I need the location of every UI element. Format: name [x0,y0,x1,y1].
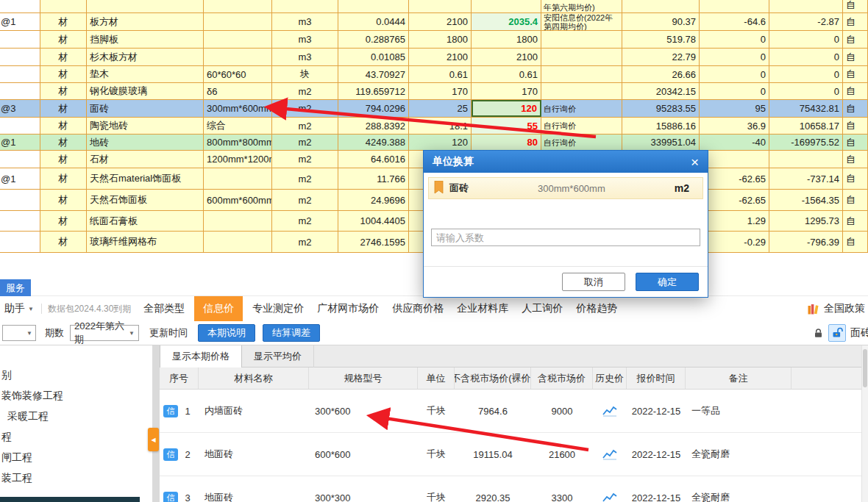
row-tail[interactable]: 自 [843,100,868,117]
budget-price[interactable] [409,0,472,12]
nav-item-7[interactable]: 人工询价 [522,296,563,321]
nav-item-5[interactable]: 供应商价格 [392,296,444,321]
material-qty[interactable]: 0.01085 [338,49,409,65]
budget-price[interactable]: 120 [409,135,472,150]
material-type[interactable]: 材 [40,168,87,189]
material-unit[interactable]: m2 [272,118,338,134]
update-time-button[interactable]: 更新时间 [149,326,188,340]
price-tab-1[interactable]: 显示本期价格 [160,345,242,367]
row-tail[interactable]: 自 [843,232,868,252]
budget-price[interactable]: 0.61 [409,66,472,82]
material-spec[interactable] [204,13,272,30]
material-code[interactable] [0,151,40,168]
market-total[interactable]: 519.78 [622,31,700,48]
price-source[interactable] [541,66,622,82]
row-tail[interactable]: 自 [843,151,868,168]
market-price[interactable]: 55 [472,118,541,134]
price-source[interactable]: 自行询价 [541,135,622,150]
price-diff[interactable] [700,0,769,12]
price-diff[interactable]: 0 [700,31,769,48]
nav-item-1[interactable]: 全部类型 [143,296,185,321]
lock-button[interactable] [813,328,824,339]
settlement-adjust-button[interactable]: 结算调差 [263,324,320,342]
row-tail[interactable]: 自 [843,31,868,48]
market-price[interactable]: 1800 [472,31,541,48]
material-qty[interactable]: 64.6016 [338,151,409,168]
material-qty[interactable]: 11.766 [338,168,409,189]
tree-item-2[interactable]: 装饰装修工程 [0,385,152,406]
history-price[interactable] [593,433,627,476]
material-unit[interactable]: m2 [272,100,338,117]
material-type[interactable]: 材 [40,49,87,65]
diff-total[interactable]: 1295.73 [769,211,843,231]
material-code[interactable] [0,31,40,48]
material-name[interactable]: 杉木板方材 [87,49,204,65]
material-row[interactable]: 年第六期均价)自 [0,0,868,13]
price-diff[interactable]: -64.6 [700,13,769,30]
tab-service[interactable]: 服务 [0,279,31,296]
material-unit[interactable]: m2 [272,135,338,150]
material-unit[interactable]: m2 [272,83,338,99]
nav-item-4[interactable]: 广材网市场价 [317,296,379,321]
scrollbar-thumb[interactable] [863,349,867,387]
material-code[interactable] [0,83,40,99]
price-diff[interactable]: -62.65 [700,190,769,210]
material-spec[interactable] [204,211,272,231]
nav-item-8[interactable]: 价格趋势 [576,296,617,321]
material-code[interactable]: @3 [0,100,40,117]
price-diff[interactable]: 36.9 [700,118,769,134]
material-qty[interactable]: 1004.4405 [338,211,409,231]
price-diff[interactable]: -40 [700,135,769,150]
material-code[interactable]: @1 [0,13,40,30]
material-row[interactable]: @1材地砖800mm*800mmm24249.38812080自行询价33995… [0,135,868,151]
price-source[interactable]: 自行询价 [541,118,622,134]
diff-total[interactable]: -2.87 [769,13,843,30]
row-tail[interactable]: 自 [843,190,868,210]
market-price[interactable]: 0.61 [472,66,541,82]
row-tail[interactable]: 自 [843,66,868,82]
material-row[interactable]: 材杉木板方材m30.010852100210022.7900自 [0,49,868,66]
market-total[interactable]: 20342.15 [622,83,700,99]
budget-price[interactable]: 25 [409,100,472,117]
price-source[interactable]: 年第六期均价) [541,0,622,12]
price-row[interactable]: 信1内墙面砖300*600千块7964.690002022-12-15一等品 [160,390,868,433]
material-code[interactable]: @1 [0,135,40,150]
material-name[interactable]: 挡脚板 [87,31,204,48]
nav-item-3[interactable]: 专业测定价 [252,296,304,321]
market-price[interactable]: 2100 [472,49,541,65]
material-unit[interactable] [272,0,338,12]
price-diff[interactable]: 0 [700,49,769,65]
row-tail[interactable]: 自 [843,13,868,30]
market-total[interactable]: 26.66 [622,66,700,82]
material-unit[interactable]: m2 [272,232,338,252]
market-price[interactable]: 120 [472,100,541,117]
material-spec[interactable]: 综合 [204,118,272,134]
market-total[interactable] [622,0,700,12]
material-type[interactable]: 材 [40,190,87,210]
material-row[interactable]: @1材板方材m30.044421002035.4安阳信息价(2022年第四期均价… [0,13,868,31]
material-row[interactable]: 材钢化镀膜玻璃δ6m2119.65971217017020342.1500自 [0,83,868,100]
period-note-button[interactable]: 本期说明 [198,324,255,342]
material-code[interactable] [0,118,40,134]
material-unit[interactable]: m2 [272,190,338,210]
nav-item-6[interactable]: 企业材料库 [457,296,508,321]
material-name[interactable]: 纸面石膏板 [87,211,204,231]
price-source[interactable]: 自行询价 [541,100,622,117]
market-price[interactable]: 80 [472,135,541,150]
material-type[interactable]: 材 [40,211,87,231]
material-qty[interactable]: 794.0296 [338,100,409,117]
material-unit[interactable]: 块 [272,66,338,82]
material-spec[interactable]: 60*60*60 [204,66,272,82]
material-row[interactable]: 材陶瓷地砖综合m2288.839218.155自行询价15886.1636.91… [0,118,868,135]
cancel-button[interactable]: 取消 [562,273,625,291]
price-source[interactable] [541,31,622,48]
sidebar-collapse-handle[interactable]: ◀ [148,428,159,451]
material-spec[interactable] [204,31,272,48]
material-qty[interactable] [338,0,409,12]
unlock-button[interactable] [828,324,846,342]
material-spec[interactable] [204,168,272,189]
material-type[interactable]: 材 [40,100,87,117]
material-qty[interactable]: 288.8392 [338,118,409,134]
material-name[interactable]: 板方材 [87,13,204,30]
diff-total[interactable]: 0 [769,49,843,65]
